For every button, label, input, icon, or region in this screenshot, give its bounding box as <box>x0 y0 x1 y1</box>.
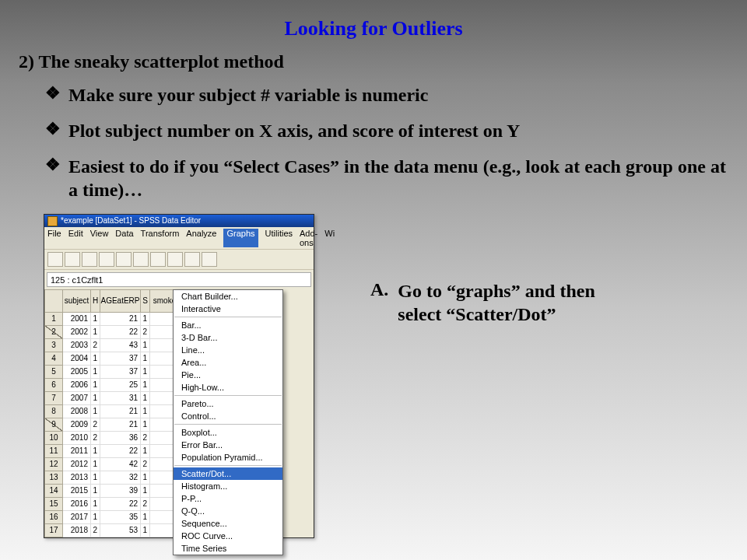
data-cell[interactable]: 2006 <box>63 379 91 392</box>
row-number[interactable]: 1 <box>44 313 63 326</box>
menu-item[interactable]: Pareto... <box>174 397 282 410</box>
data-cell[interactable]: 1 <box>91 405 100 418</box>
data-cell[interactable]: 2004 <box>63 352 91 366</box>
column-header[interactable]: AGEatERP <box>100 289 141 313</box>
data-cell[interactable]: 2 <box>141 432 150 445</box>
menu-item[interactable]: Control... <box>174 410 282 422</box>
row-number[interactable]: 10 <box>44 432 63 445</box>
row-number[interactable]: 3 <box>44 339 63 352</box>
data-cell[interactable]: 2 <box>141 498 150 511</box>
data-cell[interactable]: 1 <box>141 405 150 418</box>
data-cell[interactable]: 1 <box>91 313 100 326</box>
menu-item[interactable]: Boxplot... <box>174 426 282 439</box>
data-cell[interactable]: 1 <box>141 313 150 326</box>
data-cell[interactable]: 1 <box>141 445 150 458</box>
data-cell[interactable]: 1 <box>91 511 100 524</box>
menu-item[interactable]: Interactive <box>174 303 282 315</box>
data-cell[interactable]: 32 <box>100 471 141 485</box>
toolbar-button[interactable] <box>150 252 166 267</box>
row-number[interactable]: 6 <box>44 379 63 392</box>
row-number[interactable]: 9 <box>44 418 63 432</box>
data-cell[interactable]: 1 <box>141 352 150 366</box>
menu-transform[interactable]: Transform <box>141 229 180 247</box>
row-number[interactable]: 5 <box>44 366 63 379</box>
data-cell[interactable]: 2017 <box>63 511 91 524</box>
data-cell[interactable]: 21 <box>100 418 141 432</box>
toolbar-button[interactable] <box>116 252 132 267</box>
row-number[interactable]: 12 <box>44 458 63 471</box>
menu-item[interactable]: Scatter/Dot... <box>174 467 282 480</box>
menu-data[interactable]: Data <box>115 229 133 247</box>
data-cell[interactable]: 1 <box>141 485 150 498</box>
data-cell[interactable]: 2007 <box>63 392 91 405</box>
data-cell[interactable]: 39 <box>100 485 141 498</box>
data-cell[interactable]: 1 <box>91 366 100 379</box>
row-number[interactable]: 16 <box>44 511 63 524</box>
toolbar-button[interactable] <box>167 252 183 267</box>
data-cell[interactable]: 2018 <box>63 524 91 537</box>
row-number[interactable]: 14 <box>44 485 63 498</box>
data-cell[interactable]: 1 <box>91 379 100 392</box>
data-cell[interactable]: 1 <box>141 511 150 524</box>
data-cell[interactable]: 2005 <box>63 366 91 379</box>
data-cell[interactable]: 2 <box>91 432 100 445</box>
data-cell[interactable]: 1 <box>91 498 100 511</box>
menu-item[interactable]: 3-D Bar... <box>174 331 282 344</box>
menu-item[interactable]: Pie... <box>174 369 282 381</box>
menu-edit[interactable]: Edit <box>68 229 83 247</box>
menu-item[interactable]: Time Series <box>174 542 282 555</box>
data-cell[interactable]: 1 <box>91 458 100 471</box>
menu-item[interactable]: Area... <box>174 356 282 369</box>
data-cell[interactable]: 25 <box>100 379 141 392</box>
data-cell[interactable]: 2012 <box>63 458 91 471</box>
data-cell[interactable]: 1 <box>141 392 150 405</box>
menu-analyze[interactable]: Analyze <box>186 229 216 247</box>
data-cell[interactable]: 36 <box>100 432 141 445</box>
data-cell[interactable]: 1 <box>141 366 150 379</box>
data-cell[interactable]: 2015 <box>63 485 91 498</box>
data-cell[interactable]: 1 <box>91 471 100 485</box>
data-cell[interactable]: 37 <box>100 352 141 366</box>
column-header[interactable]: subject <box>63 289 91 313</box>
row-number[interactable]: 17 <box>44 524 63 537</box>
data-cell[interactable]: 21 <box>100 405 141 418</box>
data-cell[interactable]: 42 <box>100 458 141 471</box>
data-cell[interactable]: 2 <box>91 339 100 352</box>
data-cell[interactable]: 2001 <box>63 313 91 326</box>
column-header[interactable] <box>44 289 63 313</box>
row-number[interactable]: 4 <box>44 352 63 366</box>
row-number[interactable]: 13 <box>44 471 63 485</box>
data-cell[interactable]: 2009 <box>63 418 91 432</box>
menu-item[interactable]: Line... <box>174 344 282 356</box>
data-cell[interactable]: 2013 <box>63 471 91 485</box>
menu-item[interactable]: High-Low... <box>174 381 282 394</box>
data-cell[interactable]: 1 <box>91 326 100 339</box>
data-cell[interactable]: 2 <box>91 418 100 432</box>
menu-item[interactable]: Sequence... <box>174 517 282 530</box>
data-cell[interactable]: 1 <box>141 379 150 392</box>
toolbar-button[interactable] <box>65 252 80 267</box>
data-cell[interactable]: 22 <box>100 326 141 339</box>
data-cell[interactable]: 2010 <box>63 432 91 445</box>
menu-item[interactable]: Population Pyramid... <box>174 451 282 464</box>
menu-item[interactable]: Chart Builder... <box>174 290 282 303</box>
row-number[interactable]: 8 <box>44 405 63 418</box>
data-cell[interactable]: 2003 <box>63 339 91 352</box>
data-cell[interactable]: 2002 <box>63 326 91 339</box>
menu-file[interactable]: File <box>47 229 61 247</box>
row-number[interactable]: 2 <box>44 326 63 339</box>
data-cell[interactable]: 37 <box>100 366 141 379</box>
row-number[interactable]: 15 <box>44 498 63 511</box>
toolbar-button[interactable] <box>133 252 149 267</box>
row-number[interactable]: 7 <box>44 392 63 405</box>
data-cell[interactable]: 1 <box>91 485 100 498</box>
data-cell[interactable]: 22 <box>100 445 141 458</box>
data-cell[interactable]: 1 <box>141 339 150 352</box>
data-cell[interactable]: 21 <box>100 313 141 326</box>
column-header[interactable]: S <box>141 289 150 313</box>
data-cell[interactable]: 31 <box>100 392 141 405</box>
toolbar-button[interactable] <box>184 252 200 267</box>
data-cell[interactable]: 2 <box>91 524 100 537</box>
row-number[interactable]: 11 <box>44 445 63 458</box>
menu-view[interactable]: View <box>90 229 109 247</box>
